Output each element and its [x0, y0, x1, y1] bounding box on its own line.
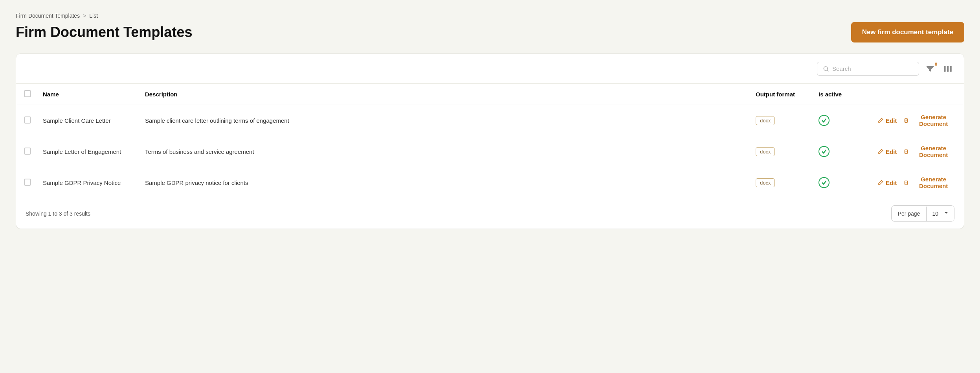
row-output-format: docx — [748, 105, 811, 136]
svg-line-1 — [827, 70, 829, 71]
svg-point-0 — [824, 66, 828, 70]
active-check-icon — [819, 177, 830, 188]
table-row: Sample Client Care Letter Sample client … — [16, 105, 964, 136]
breadcrumb-parent[interactable]: Firm Document Templates — [16, 13, 80, 19]
row-checkbox-cell — [16, 167, 35, 198]
row-name: Sample Client Care Letter — [35, 105, 137, 136]
row-checkbox[interactable] — [24, 116, 31, 124]
row-name: Sample Letter of Engagement — [35, 136, 137, 167]
generate-document-button[interactable]: Generate Document — [904, 114, 956, 127]
header-checkbox-col — [16, 84, 35, 105]
row-checkbox[interactable] — [24, 148, 31, 155]
header-output-format: Output format — [748, 84, 811, 105]
table-header-row: Name Description Output format Is active — [16, 84, 964, 105]
format-badge: docx — [756, 147, 775, 156]
columns-button[interactable] — [941, 62, 954, 76]
generate-document-button[interactable]: Generate Document — [904, 145, 956, 158]
main-card: 0 Name Description — [16, 54, 964, 229]
header-actions — [870, 84, 964, 105]
row-checkbox[interactable] — [24, 179, 31, 186]
row-actions: Edit Generate Document — [870, 167, 964, 198]
row-output-format: docx — [748, 167, 811, 198]
row-description: Sample GDPR privacy notice for clients — [137, 167, 748, 198]
row-actions: Edit Generate Document — [870, 105, 964, 136]
generate-document-button[interactable]: Generate Document — [904, 176, 956, 189]
per-page-label: Per page — [892, 207, 927, 221]
row-is-active — [811, 136, 870, 167]
edit-icon — [877, 180, 883, 186]
edit-icon — [877, 149, 883, 155]
edit-icon — [877, 118, 883, 124]
document-icon — [904, 149, 908, 155]
active-check-icon — [819, 146, 830, 157]
format-badge: docx — [756, 178, 775, 187]
row-is-active — [811, 105, 870, 136]
table-footer: Showing 1 to 3 of 3 results Per page 10 — [16, 198, 964, 229]
table-row: Sample GDPR Privacy Notice Sample GDPR p… — [16, 167, 964, 198]
breadcrumb: Firm Document Templates > List — [16, 13, 964, 19]
row-description: Terms of business and service agreement — [137, 136, 748, 167]
toolbar: 0 — [16, 54, 964, 84]
filter-icon — [925, 64, 935, 74]
search-icon — [823, 66, 829, 72]
active-check-icon — [819, 115, 830, 126]
edit-button[interactable]: Edit — [877, 117, 897, 124]
page-title: Firm Document Templates — [16, 24, 192, 41]
row-checkbox-cell — [16, 105, 35, 136]
document-icon — [904, 180, 908, 186]
page-header: Firm Document Templates New firm documen… — [16, 22, 964, 42]
row-is-active — [811, 167, 870, 198]
svg-rect-3 — [947, 66, 949, 72]
edit-button[interactable]: Edit — [877, 179, 897, 186]
search-input[interactable] — [832, 65, 913, 72]
header-is-active: Is active — [811, 84, 870, 105]
per-page-chevron-icon[interactable] — [941, 206, 954, 221]
select-all-checkbox[interactable] — [24, 90, 31, 97]
columns-icon — [943, 64, 953, 74]
row-output-format: docx — [748, 136, 811, 167]
filter-button[interactable]: 0 — [924, 63, 936, 75]
per-page-value: 10 — [927, 207, 941, 221]
row-description: Sample client care letter outlining term… — [137, 105, 748, 136]
format-badge: docx — [756, 116, 775, 125]
header-name: Name — [35, 84, 137, 105]
row-name: Sample GDPR Privacy Notice — [35, 167, 137, 198]
new-firm-document-template-button[interactable]: New firm document template — [851, 22, 964, 42]
results-text: Showing 1 to 3 of 3 results — [26, 211, 90, 217]
per-page-control: Per page 10 — [891, 205, 954, 222]
breadcrumb-current: List — [89, 13, 98, 19]
search-box — [817, 62, 919, 76]
document-icon — [904, 118, 908, 124]
svg-rect-4 — [950, 66, 951, 72]
filter-badge: 0 — [935, 62, 937, 66]
breadcrumb-separator: > — [83, 13, 86, 19]
header-description: Description — [137, 84, 748, 105]
edit-button[interactable]: Edit — [877, 148, 897, 155]
documents-table: Name Description Output format Is active… — [16, 84, 964, 198]
table-row: Sample Letter of Engagement Terms of bus… — [16, 136, 964, 167]
svg-rect-2 — [944, 66, 945, 72]
row-actions: Edit Generate Document — [870, 136, 964, 167]
row-checkbox-cell — [16, 136, 35, 167]
